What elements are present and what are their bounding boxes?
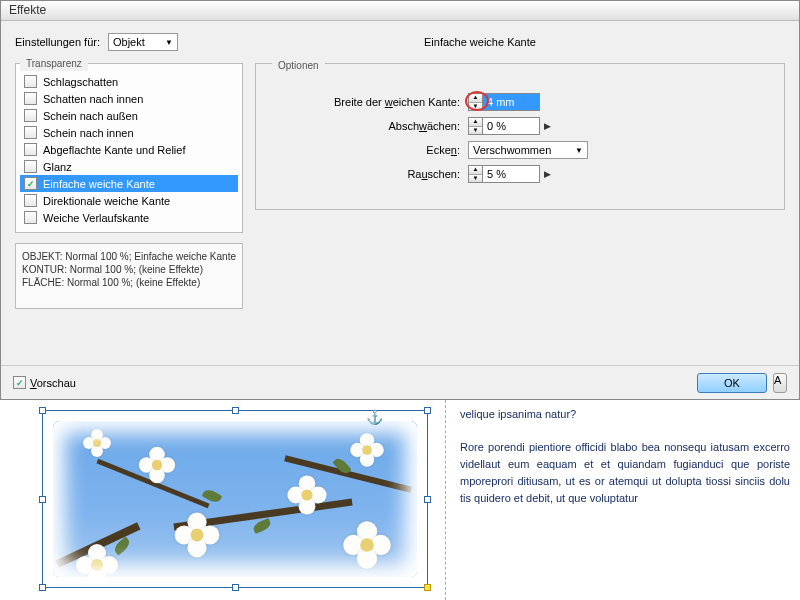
settings-for-label: Einstellungen für: <box>15 36 100 48</box>
effect-item[interactable]: Glanz <box>20 158 238 175</box>
effect-label: Schein nach außen <box>43 110 138 122</box>
checkbox-icon[interactable] <box>24 194 37 207</box>
corners-combo[interactable]: Verschwommen ▼ <box>468 141 588 159</box>
dialog-footer: Vorschau OK A <box>1 365 799 399</box>
image-frame[interactable]: ⚓ <box>42 410 428 588</box>
effect-item[interactable]: Weiche Verlaufskante <box>20 209 238 226</box>
choke-label: Abschwächen: <box>268 120 468 132</box>
checkbox-icon[interactable] <box>24 211 37 224</box>
checkbox-icon[interactable] <box>24 160 37 173</box>
noise-label: Rauschen: <box>268 168 468 180</box>
spinner-up-icon[interactable]: ▲ <box>469 94 482 103</box>
resize-handle[interactable] <box>424 496 431 503</box>
chevron-down-icon: ▼ <box>575 146 583 155</box>
checkbox-icon <box>13 376 26 389</box>
effect-label: Abgeflachte Kante und Relief <box>43 144 186 156</box>
effect-label: Schatten nach innen <box>43 93 143 105</box>
resize-handle[interactable] <box>39 496 46 503</box>
effect-label: Schlagschatten <box>43 76 118 88</box>
preview-checkbox[interactable]: Vorschau <box>13 376 76 389</box>
checkbox-icon[interactable] <box>24 177 37 190</box>
flyout-icon[interactable]: ▶ <box>544 169 551 179</box>
transparency-group-title: Transparenz <box>20 56 88 71</box>
effect-item[interactable]: Schein nach außen <box>20 107 238 124</box>
effect-label: Direktionale weiche Kante <box>43 195 170 207</box>
settings-for-value: Objekt <box>113 36 145 48</box>
choke-spinner[interactable]: ▲▼ <box>468 117 540 135</box>
transparency-group: Transparenz SchlagschattenSchatten nach … <box>15 63 243 233</box>
effect-label: Schein nach innen <box>43 127 134 139</box>
resize-handle[interactable] <box>232 407 239 414</box>
checkbox-icon[interactable] <box>24 75 37 88</box>
effect-item[interactable]: Einfache weiche Kante <box>20 175 238 192</box>
effect-item[interactable]: Abgeflachte Kante und Relief <box>20 141 238 158</box>
resize-handle[interactable] <box>424 584 431 591</box>
anchor-icon: ⚓ <box>366 409 383 425</box>
feather-width-label: Breite der weichen Kante: <box>268 96 468 108</box>
feather-width-input[interactable] <box>483 94 539 110</box>
panel-heading: Einfache weiche Kante <box>424 36 536 48</box>
text-column: velique ipsanima natur? Rore porendi pie… <box>445 400 800 600</box>
options-group-title: Optionen <box>272 58 325 73</box>
feather-width-spinner[interactable]: ▲▼ <box>468 93 540 111</box>
spinner-up-icon[interactable]: ▲ <box>469 166 482 175</box>
noise-input[interactable] <box>483 166 539 182</box>
effect-item[interactable]: Schatten nach innen <box>20 90 238 107</box>
document-area: ⚓ velique ipsanima natur? Rore porendi p… <box>0 400 800 600</box>
effect-item[interactable]: Schein nach innen <box>20 124 238 141</box>
chevron-down-icon: ▼ <box>165 38 173 47</box>
resize-handle[interactable] <box>232 584 239 591</box>
flyout-icon[interactable]: ▶ <box>544 121 551 131</box>
noise-spinner[interactable]: ▲▼ <box>468 165 540 183</box>
effect-label: Einfache weiche Kante <box>43 178 155 190</box>
spinner-down-icon[interactable]: ▼ <box>469 175 482 183</box>
spinner-up-icon[interactable]: ▲ <box>469 118 482 127</box>
ok-button[interactable]: OK <box>697 373 767 393</box>
effect-item[interactable]: Schlagschatten <box>20 73 238 90</box>
effects-dialog: Effekte Einstellungen für: Objekt ▼ Einf… <box>0 0 800 400</box>
text-heading: velique ipsanima natur? <box>460 406 790 423</box>
dialog-title: Effekte <box>1 1 799 21</box>
checkbox-icon[interactable] <box>24 92 37 105</box>
corners-label: Ecken: <box>268 144 468 156</box>
text-body: Rore porendi pientiore officidi blabo be… <box>460 439 790 507</box>
status-summary: OBJEKT: Normal 100 %; Einfache weiche Ka… <box>15 243 243 309</box>
options-group: Optionen Breite der weichen Kante: ▲▼ <box>255 63 785 210</box>
resize-handle[interactable] <box>424 407 431 414</box>
placed-image <box>53 421 417 577</box>
spinner-down-icon[interactable]: ▼ <box>469 103 482 111</box>
checkbox-icon[interactable] <box>24 126 37 139</box>
effect-item[interactable]: Direktionale weiche Kante <box>20 192 238 209</box>
checkbox-icon[interactable] <box>24 143 37 156</box>
choke-input[interactable] <box>483 118 539 134</box>
cancel-button-partial[interactable]: A <box>773 373 787 393</box>
spinner-down-icon[interactable]: ▼ <box>469 127 482 135</box>
resize-handle[interactable] <box>39 407 46 414</box>
corners-value: Verschwommen <box>473 144 551 156</box>
effect-label: Weiche Verlaufskante <box>43 212 149 224</box>
resize-handle[interactable] <box>39 584 46 591</box>
effect-label: Glanz <box>43 161 72 173</box>
settings-for-combo[interactable]: Objekt ▼ <box>108 33 178 51</box>
checkbox-icon[interactable] <box>24 109 37 122</box>
